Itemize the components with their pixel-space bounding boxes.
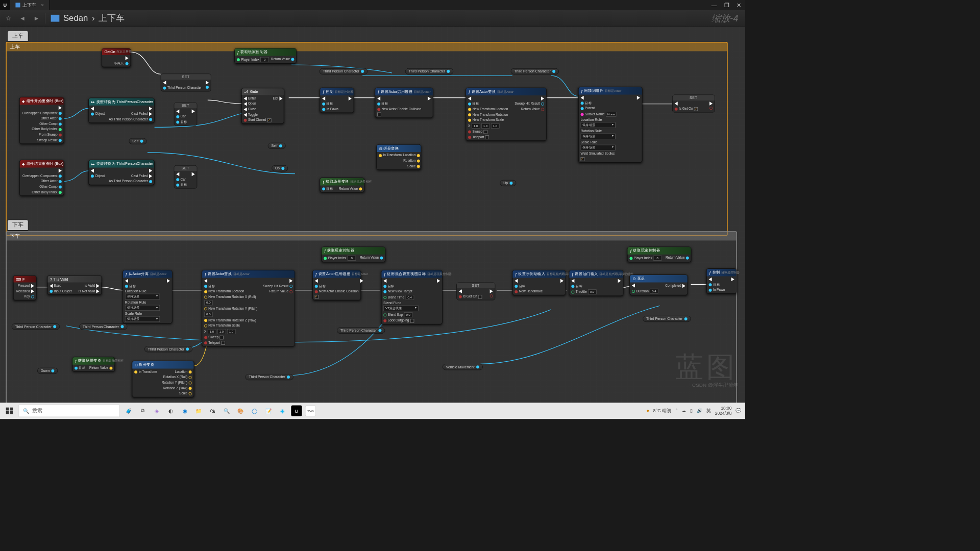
breadcrumb-root[interactable]: Sedan <box>63 13 88 23</box>
tray-volume-icon[interactable]: 🔊 <box>697 408 702 414</box>
node-set-isgeton[interactable]: SET Is Get On <box>672 95 715 113</box>
var-down[interactable]: Down <box>37 368 58 374</box>
blueprint-crumb-icon <box>51 15 60 22</box>
node-get-player-controller-3[interactable]: ƒ获取玩家控制器 Player Index 0Return Value <box>627 247 691 262</box>
node-break-transform-2[interactable]: ⊟拆分变换 In Transform Location Rotation X (… <box>132 361 194 397</box>
node-detach[interactable]: ƒ从Actor分离目标是Actor 目标 Location Rule保持场景▾ … <box>122 270 172 323</box>
taskbar-app-cortana[interactable]: ◯ <box>249 406 260 416</box>
var-tpc-2[interactable]: Third Person Character <box>405 68 453 74</box>
weather[interactable]: 8°C 晴朗 <box>653 408 672 414</box>
var-tpc-b5[interactable]: Third Person Character <box>337 328 385 334</box>
node-set-throttle[interactable]: ƒ设置油门输入目标是轮式载具移动组件 目标Throttle 0.0 <box>569 270 623 296</box>
watermark-credit: CSDN @浮生卍流年 <box>692 382 738 389</box>
svg-rect-1 <box>10 407 13 410</box>
var-tpc-b6[interactable]: Third Person Character <box>643 316 691 322</box>
taskbar-app-explorer[interactable]: 📁 <box>193 406 204 416</box>
blueprint-icon <box>15 3 20 7</box>
tray-chevron-icon[interactable]: ˄ <box>675 408 678 414</box>
taskbar-app-vs[interactable]: ◈ <box>152 406 162 416</box>
node-overlap-begin[interactable]: ◆组件开始重叠时 (Box) Overlapped Component Othe… <box>19 97 64 144</box>
var-self-2[interactable]: Self <box>268 143 286 149</box>
document-tab[interactable]: 上下车 × <box>10 0 50 10</box>
var-tpc-1[interactable]: Third Person Character <box>320 68 368 74</box>
node-set-view-target[interactable]: ƒ使用混合设置视图目标目标是玩家控制器 目标 New View Target B… <box>381 270 443 324</box>
var-up-2[interactable]: Up <box>500 180 516 186</box>
comment-tab-getin[interactable]: 上车 <box>8 31 28 41</box>
taskbar-app-notes[interactable]: 📝 <box>263 406 274 416</box>
maximize-button[interactable]: ❐ <box>720 0 732 10</box>
node-geton-event[interactable]: GetOn自定义事件 小白人 <box>102 48 131 67</box>
node-get-scene-transform-2[interactable]: ƒ获取场景变换目标是场景组件 目标Return Value <box>72 357 115 372</box>
node-cast-tpc-1[interactable]: ▸▸类型转换为 ThirdPersonCharacter Object Cast… <box>88 98 154 123</box>
node-set-car-1[interactable]: SET Car目标 <box>174 103 198 126</box>
node-isvalid[interactable]: ?? Is Valid ExecInput ObjectIs ValidIs N… <box>47 276 102 295</box>
favorite-button[interactable]: ☆ <box>3 13 14 23</box>
node-set-actor-transform[interactable]: ƒ设置Actor变换目标是Actor 目标 New Transform Loca… <box>465 88 546 141</box>
var-tpc-b3[interactable]: Third Person Character <box>144 346 192 352</box>
var-vehicle-movement[interactable]: Vehicle Movement <box>443 364 483 370</box>
svg-rect-2 <box>6 411 9 414</box>
chevron-right-icon: › <box>92 13 95 23</box>
node-set-tpc[interactable]: SET Third Person Character <box>161 73 211 91</box>
taskbar-app-store[interactable]: 🛍 <box>207 406 218 416</box>
node-set-isgeton-2[interactable]: SET Is Get On <box>456 283 495 300</box>
var-up-1[interactable]: Up <box>272 165 288 171</box>
tray-ime[interactable]: 英 <box>706 408 711 414</box>
search-icon: 🔍 <box>23 408 29 414</box>
node-possess-2[interactable]: ƒ控制目标是控制器 目标In Pawn <box>706 268 737 293</box>
node-set-actor-transform-2[interactable]: ƒ设置Actor变换目标是Actor 目标 New Transform Loca… <box>202 270 295 346</box>
node-attach-to-component[interactable]: ƒ附加到组件目标是Actor 目标 Parent Socket Name Non… <box>578 87 642 162</box>
back-button[interactable]: ◄ <box>17 13 28 23</box>
svg-rect-0 <box>6 407 9 410</box>
taskbar-app-edge[interactable]: ◉ <box>179 406 190 416</box>
var-tpc-3[interactable]: Third Person Character <box>511 68 559 74</box>
var-tpc-b2[interactable]: Third Person Character <box>79 323 127 330</box>
node-gate[interactable]: ⎇Gate Enter Open Close Toggle Start Clos… <box>241 88 284 124</box>
node-key-f[interactable]: ⌨F PressedReleasedKey <box>13 276 37 300</box>
var-self-1[interactable]: Self <box>129 138 146 144</box>
tray-onedrive-icon[interactable]: ☁ <box>681 408 686 414</box>
var-tpc-b4[interactable]: Third Person Character <box>246 374 293 380</box>
node-overlap-end[interactable]: ◆组件结束重叠时 (Box) Overlapped Component Othe… <box>19 160 64 196</box>
taskbar-search[interactable]: 🔍搜索 <box>18 405 119 417</box>
node-set-car-2[interactable]: SET Car目标 <box>174 165 198 189</box>
taskbar: 🔍搜索 🧳 ⧉ ◈ ◐ ◉ 📁 🛍 🔍 🎨 ◯ 📝 ◉ U SVG ● 8°C … <box>0 403 745 419</box>
graph-canvas[interactable]: 上车 上车 GetOn自定义事件 小白人 ◆组件开始重叠时 (Box) Over… <box>0 27 745 409</box>
comment-tab-getout[interactable]: 下车 <box>8 220 28 230</box>
node-delay[interactable]: ⏲延迟 Duration 0.4Completed <box>629 274 688 295</box>
tray-clock[interactable]: 18:002024/3/8 <box>715 406 732 416</box>
taskbar-app-svg[interactable]: SVG <box>305 406 316 416</box>
node-get-player-controller[interactable]: ƒ获取玩家控制器 Player Index 0Return Value <box>234 48 297 63</box>
tray-battery-icon[interactable]: ▯ <box>690 408 693 414</box>
taskbar-app-copilot[interactable]: ◐ <box>165 406 176 416</box>
node-possess[interactable]: ƒ控制目标是控制器 目标In Pawn <box>320 88 354 113</box>
breadcrumb-leaf[interactable]: 上下车 <box>99 12 124 24</box>
taskbar-taskview[interactable]: ⧉ <box>137 406 148 416</box>
close-button[interactable]: ✕ <box>733 0 745 10</box>
tab-title: 上下车 <box>22 2 36 8</box>
svg-rect-3 <box>10 411 13 414</box>
forward-button[interactable]: ► <box>31 13 42 23</box>
node-set-actor-collision-2[interactable]: ƒ设置Actor启用碰撞目标是Actor 目标New Actor Enable … <box>312 270 361 300</box>
taskbar-app-search[interactable]: 🔍 <box>221 406 232 416</box>
comment-title-2: 下车 <box>7 232 737 241</box>
toolbar: ☆ ◄ ► Sedan › 上下车 缩放-4 <box>0 10 745 27</box>
close-icon[interactable]: × <box>41 3 44 8</box>
zoom-label: 缩放-4 <box>712 12 739 24</box>
taskbar-app-paint[interactable]: 🎨 <box>235 406 246 416</box>
titlebar: U 上下车 × — ❐ ✕ <box>0 0 745 10</box>
start-button[interactable] <box>0 403 18 419</box>
node-set-handbrake[interactable]: ƒ设置手刹动输入目标是轮式载具移动组件 目标New Handbrake <box>512 270 566 295</box>
var-tpc-b1[interactable]: Third Person Character <box>12 323 60 330</box>
node-cast-tpc-2[interactable]: ▸▸类型转换为 ThirdPersonCharacter Object Cast… <box>88 160 154 185</box>
node-break-transform[interactable]: ⊟拆分变换 In TransformLocationRotationScale <box>377 144 421 170</box>
node-get-scene-transform[interactable]: ƒ获取场景变换目标是场景组件 目标Return Value <box>320 178 364 192</box>
tray-notifications-icon[interactable]: 💬 <box>736 408 741 414</box>
taskbar-app-qq[interactable]: ◉ <box>277 406 288 416</box>
node-set-actor-collision[interactable]: ƒ设置Actor启用碰撞目标是Actor 目标New Actor Enable … <box>375 88 433 118</box>
taskbar-app-1[interactable]: 🧳 <box>124 406 134 416</box>
breadcrumb[interactable]: Sedan › 上下车 <box>51 12 125 24</box>
taskbar-app-ue[interactable]: U <box>291 406 302 416</box>
minimize-button[interactable]: — <box>708 0 720 10</box>
node-get-player-controller-2[interactable]: ƒ获取玩家控制器 Player Index 0Return Value <box>322 247 385 262</box>
